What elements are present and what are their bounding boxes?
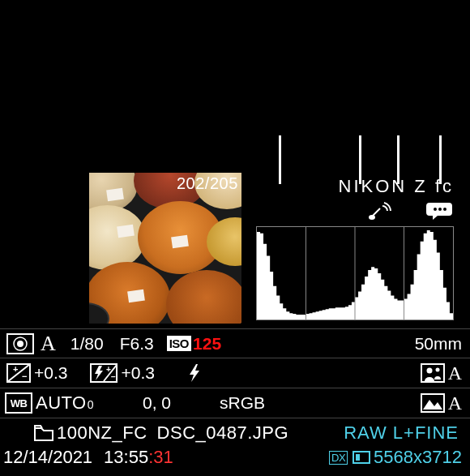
price-tag — [106, 188, 124, 202]
folder-name: 100NZ_FC — [57, 422, 147, 444]
photo-thumbnail[interactable] — [89, 173, 241, 324]
file-name: DSC_0487.JPG — [157, 422, 289, 444]
focal-length: 50mm — [415, 334, 462, 354]
iso-value: 125 — [193, 334, 221, 354]
svg-point-8 — [17, 341, 24, 347]
flash-icon — [187, 363, 202, 383]
exposure-info-rows: A 1/80 F6.3 ISO 125 50mm + − +0.3 + — [0, 328, 470, 418]
exposure-mode: A — [41, 332, 56, 356]
price-tag — [171, 235, 189, 249]
color-space: sRGB — [220, 393, 265, 413]
image-size-icon — [352, 451, 370, 464]
callout-line — [279, 135, 281, 184]
capture-time-s: :31 — [148, 447, 173, 468]
luminance-histogram — [256, 226, 454, 320]
flash-comp-icon: + − — [90, 363, 118, 383]
exposure-comp-icon: + − — [6, 363, 31, 383]
iso-label: ISO — [167, 336, 191, 351]
aperture: F6.3 — [120, 334, 154, 354]
svg-point-0 — [370, 216, 374, 219]
shutter-speed: 1/80 — [70, 334, 104, 354]
gps-icon — [369, 200, 393, 221]
wb-mode-text: AUTO — [36, 392, 87, 414]
capture-time-hm: 13:55 — [104, 447, 148, 468]
flash-comp-value: +0.3 — [121, 363, 154, 383]
row-compensation: + − +0.3 + − +0.3 A — [0, 358, 470, 388]
svg-point-3 — [443, 208, 446, 211]
price-tag — [117, 225, 135, 238]
frame-counter: 202/205 — [177, 174, 238, 193]
capture-date: 12/14/2021 — [3, 447, 92, 468]
row-exposure: A 1/80 F6.3 ISO 125 50mm — [0, 328, 470, 358]
camera-model-name: NIKON Z fc — [339, 176, 454, 197]
image-quality: RAW L+FINE — [344, 422, 459, 444]
top-panel: 202/205 NIKON Z fc — [0, 166, 470, 320]
wb-mode: AUTO0 — [36, 392, 94, 414]
metering-icon — [6, 333, 34, 354]
iso-block: ISO 125 — [162, 334, 226, 354]
row-whitebalance: WB AUTO0 0, 0 sRGB A — [0, 388, 470, 418]
exposure-comp-value: +0.3 — [34, 363, 67, 383]
datetime-row: 12/14/2021 13:55:31 DX 5568x3712 — [0, 447, 470, 468]
picture-control-landscape-icon — [421, 393, 445, 413]
camera-playback-screen: 202/205 NIKON Z fc A 1 — [0, 166, 470, 476]
svg-text:−: − — [111, 372, 116, 381]
picture-control-portrait-icon — [421, 363, 445, 383]
crop-mode: DX — [329, 451, 348, 465]
wb-sub: 0 — [88, 398, 94, 411]
svg-point-2 — [438, 208, 442, 211]
folder-icon — [34, 425, 53, 441]
svg-text:+: + — [13, 364, 18, 374]
picture-control-mode: A — [448, 362, 462, 384]
svg-point-18 — [435, 368, 439, 372]
image-resolution: 5568x3712 — [374, 447, 462, 468]
wb-fine-tune: 0, 0 — [143, 393, 171, 413]
price-tag — [127, 289, 145, 303]
svg-point-17 — [426, 368, 432, 374]
svg-point-1 — [434, 208, 437, 211]
voice-memo-icon — [426, 202, 452, 220]
svg-rect-21 — [356, 454, 360, 461]
bowl — [166, 270, 241, 324]
svg-text:−: − — [22, 371, 27, 381]
wb-label: WB — [5, 392, 32, 414]
picture-control-mode-2: A — [448, 392, 462, 414]
file-info-row: 100NZ_FC DSC_0487.JPG RAW L+FINE — [0, 422, 470, 444]
